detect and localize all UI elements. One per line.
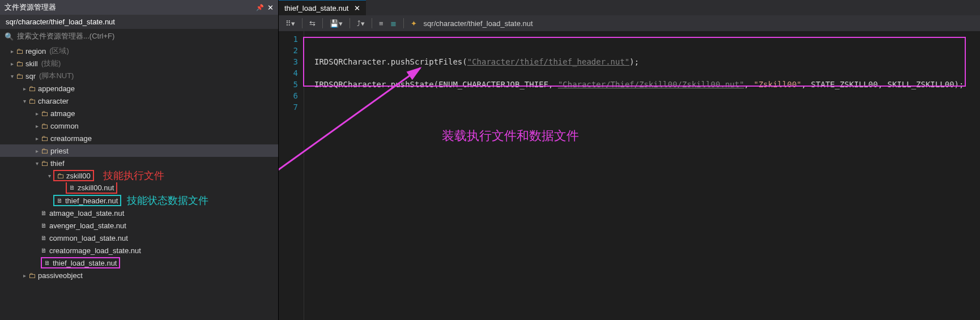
search-box[interactable]: 🔍 搜索文件资源管理器...(Ctrl+F) <box>0 29 278 44</box>
twisty-icon[interactable]: ▸ <box>20 272 28 279</box>
line-7 <box>314 101 980 113</box>
tree-item[interactable]: ▸🗀creatormage <box>0 132 278 144</box>
tree-sublabel: (脚本NUT) <box>39 71 74 81</box>
editor-area: thief_load_state.nut ✕ ⠿▾ ⇆ 💾▾ ⤴▾ ≡ ≣ ✦ … <box>279 0 980 320</box>
folder-icon: 🗀 <box>28 97 36 105</box>
tree-item[interactable]: 🗎thief_load_state.nut <box>0 257 278 269</box>
tree-item[interactable]: 🗎common_load_state.nut <box>0 232 278 244</box>
tree-label: creatormage <box>50 134 92 143</box>
folder-icon: 🗀 <box>41 122 48 130</box>
tree-item[interactable]: ▸🗀region(区域) <box>0 45 278 57</box>
toolbar-outdent-icon[interactable]: ≣ <box>390 19 397 28</box>
tree-item[interactable]: ▾🗀zskill00技能执行文件 <box>0 169 278 182</box>
twisty-icon[interactable]: ▾ <box>33 160 41 167</box>
tree-label: passiveobject <box>38 271 83 280</box>
code-editor[interactable]: 1234567 IRDSQRCharacter.pushScriptFiles(… <box>279 31 980 320</box>
tree-label: avenger_load_state.nut <box>49 221 126 230</box>
tree-label: thief_load_state.nut <box>53 259 117 267</box>
search-icon: 🔍 <box>5 32 14 41</box>
toolbar-save-icon[interactable]: 💾▾ <box>330 19 343 28</box>
code-body[interactable]: IRDSQRCharacter.pushScriptFiles("Charact… <box>304 31 980 320</box>
highlight-red: 🗀zskill00 <box>53 170 94 181</box>
inline-annotation: 技能状态数据文件 <box>127 194 208 207</box>
tree-label: atmage_load_state.nut <box>49 209 124 217</box>
twisty-icon[interactable]: ▸ <box>33 110 41 117</box>
folder-icon: 🗀 <box>41 134 48 143</box>
file-explorer-panel: 文件资源管理器 📌 ✕ sqr/character/thief_load_sta… <box>0 0 279 320</box>
highlight-cyan: 🗎thief_header.nut <box>53 195 121 206</box>
tab-label: thief_load_state.nut <box>284 4 348 12</box>
highlight-magenta: 🗎thief_load_state.nut <box>41 257 120 268</box>
breadcrumb[interactable]: sqr/character/thief_load_state.nut <box>424 19 533 28</box>
toolbar-nav-icon[interactable]: ⇆ <box>309 19 316 28</box>
folder-icon: 🗀 <box>41 159 48 168</box>
twisty-icon[interactable]: ▸ <box>33 123 41 129</box>
folder-icon: 🗀 <box>16 72 23 80</box>
twisty-icon[interactable]: ▸ <box>20 86 28 92</box>
highlight-red: 🗎zskill00.nut <box>66 182 117 194</box>
editor-toolbar: ⠿▾ ⇆ 💾▾ ⤴▾ ≡ ≣ ✦ sqr/character/thief_loa… <box>279 15 980 31</box>
inline-annotation: 技能执行文件 <box>103 169 164 182</box>
tab-active[interactable]: thief_load_state.nut ✕ <box>279 0 366 15</box>
file-tree[interactable]: ▸🗀region(区域)▸🗀skill(技能)▾🗀sqr(脚本NUT)▸🗀app… <box>0 44 278 320</box>
tree-label: creatormage_load_state.nut <box>49 246 141 255</box>
twisty-icon[interactable]: ▸ <box>33 135 41 142</box>
tree-item[interactable]: ▸🗀appendage <box>0 82 278 95</box>
tree-item[interactable]: 🗎creatormage_load_state.nut <box>0 244 278 257</box>
tree-item[interactable]: ▾🗀thief <box>0 157 278 169</box>
twisty-icon[interactable]: ▸ <box>8 48 16 54</box>
close-panel-icon[interactable]: ✕ <box>267 3 274 12</box>
line-number: 5 <box>279 79 298 90</box>
file-icon: 🗎 <box>69 184 75 191</box>
twisty-icon[interactable]: ▸ <box>8 61 16 67</box>
twisty-icon[interactable]: ▸ <box>33 148 41 154</box>
panel-title-bar: 文件资源管理器 📌 ✕ <box>0 0 278 15</box>
tree-label: thief <box>50 159 65 168</box>
tab-bar: thief_load_state.nut ✕ <box>279 0 980 15</box>
tree-item[interactable]: ▸🗀passiveobject <box>0 269 278 281</box>
tree-label: character <box>38 97 69 105</box>
folder-icon: 🗀 <box>41 147 48 155</box>
file-icon: 🗎 <box>41 234 47 241</box>
tree-item[interactable]: ▾🗀sqr(脚本NUT) <box>0 70 278 82</box>
tree-item[interactable]: 🗎avenger_load_state.nut <box>0 219 278 232</box>
annotation-main: 装载执行文件和数据文件 <box>442 127 579 144</box>
file-icon: 🗎 <box>44 259 50 266</box>
tab-close-icon[interactable]: ✕ <box>354 4 360 12</box>
tree-label: atmage <box>50 109 75 118</box>
folder-icon: 🗀 <box>28 271 36 280</box>
tree-label: priest <box>50 147 69 155</box>
tree-item[interactable]: ▾🗀character <box>0 95 278 107</box>
tree-item[interactable]: ▸🗀atmage <box>0 107 278 120</box>
line-6 <box>314 90 980 101</box>
tree-item[interactable]: 🗎zskill00.nut <box>0 182 278 194</box>
toolbar-step-icon[interactable]: ⤴▾ <box>357 19 365 28</box>
file-icon: 🗎 <box>41 210 47 216</box>
tree-label: sqr <box>25 72 36 80</box>
tree-sublabel: (区域) <box>49 46 69 56</box>
file-icon: 🗎 <box>57 197 63 204</box>
line-number: 7 <box>279 101 298 113</box>
tree-item[interactable]: ▸🗀priest <box>0 144 278 157</box>
toolbar-dropdown-icon[interactable]: ⠿▾ <box>286 19 295 28</box>
pin-icon[interactable]: 📌 <box>256 4 264 11</box>
toolbar-highlight-icon[interactable]: ✦ <box>411 19 417 28</box>
folder-icon: 🗀 <box>16 59 23 68</box>
tree-item[interactable]: 🗎thief_header.nut技能状态数据文件 <box>0 194 278 207</box>
tree-label: zskill00 <box>66 172 91 180</box>
line-number: 6 <box>279 90 298 101</box>
tree-label: common <box>50 122 79 130</box>
current-path: sqr/character/thief_load_state.nut <box>0 15 278 29</box>
folder-icon: 🗀 <box>16 47 23 56</box>
file-icon: 🗎 <box>41 222 47 229</box>
twisty-icon[interactable]: ▾ <box>20 98 28 104</box>
tree-item[interactable]: ▸🗀common <box>0 120 278 132</box>
tree-item[interactable]: ▸🗀skill(技能) <box>0 57 278 70</box>
tree-label: appendage <box>38 84 75 93</box>
line-gutter: 1234567 <box>279 31 304 320</box>
toolbar-indent-icon[interactable]: ≡ <box>379 19 384 28</box>
twisty-icon[interactable]: ▾ <box>8 73 16 79</box>
twisty-icon[interactable]: ▾ <box>45 173 53 179</box>
tree-label: zskill00.nut <box>78 184 114 192</box>
tree-item[interactable]: 🗎atmage_load_state.nut <box>0 207 278 219</box>
